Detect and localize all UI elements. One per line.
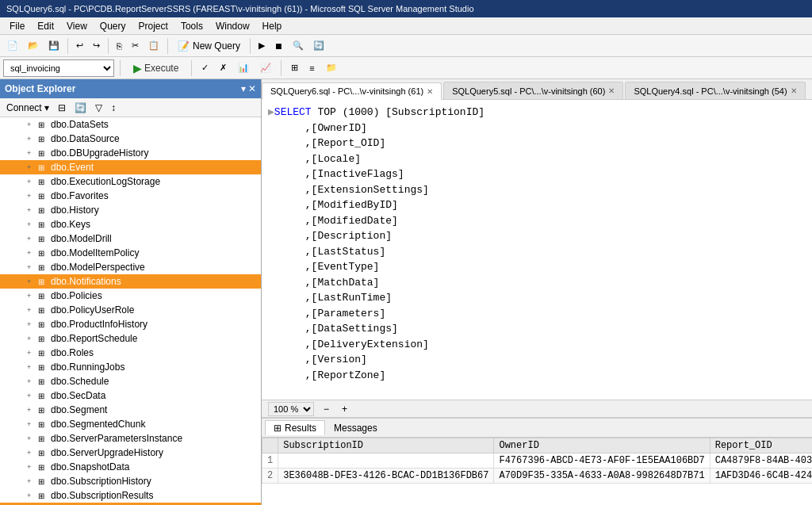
tab-close-btn[interactable]: ✕ xyxy=(608,86,615,95)
tab-close-btn[interactable]: ✕ xyxy=(427,87,433,96)
tree-item[interactable]: +⊞dbo.ReportSchedule xyxy=(0,331,261,346)
tree-item[interactable]: +⊞dbo.Schedule xyxy=(0,374,261,388)
query-tab-2[interactable]: SQLQuery4.sql - PC\...\v-vinitsingh (54)… xyxy=(625,82,805,99)
menu-query[interactable]: Query xyxy=(94,19,132,33)
tree-item[interactable]: +⊞dbo.Roles xyxy=(0,346,261,360)
query-tab-0[interactable]: SQLQuery6.sql - PC\...\v-vinitsingh (61)… xyxy=(262,82,442,100)
tree-item-label: dbo.History xyxy=(51,205,99,216)
results-tab-messages[interactable]: Messages xyxy=(325,420,386,435)
filter-btn[interactable]: 🔍 xyxy=(289,38,308,53)
tree-item[interactable]: +⊞dbo.Favorites xyxy=(0,189,261,203)
actual-plan-btn[interactable]: 📈 xyxy=(256,60,275,75)
tree-item[interactable]: +⊞dbo.DataSets xyxy=(0,117,261,132)
tree-item[interactable]: +⊞dbo.Keys xyxy=(0,217,261,231)
execute-icon: ▶ xyxy=(133,62,142,75)
copy-btn[interactable]: ⎘ xyxy=(113,39,126,53)
open-btn[interactable]: 📂 xyxy=(24,38,43,53)
oe-header-controls: ▾ ✕ xyxy=(241,83,256,94)
tab-close-btn[interactable]: ✕ xyxy=(791,86,797,95)
sql-line-15: ,[DeliveryExtension] xyxy=(268,337,806,353)
menu-help[interactable]: Help xyxy=(256,19,289,33)
tree-item[interactable]: +⊞dbo.ProductInfoHistory xyxy=(0,317,261,331)
tree-item[interactable]: +⊞dbo.ModelDrill xyxy=(0,231,261,246)
refresh-btn[interactable]: 🔄 xyxy=(309,38,328,53)
tree-item[interactable]: +⊞dbo.Notifications xyxy=(0,274,261,289)
object-explorer: Object Explorer ▾ ✕ Connect ▾ ⊟ 🔄 ▽ ↕ +⊞… xyxy=(0,79,262,505)
tree-item[interactable]: +⊞dbo.History xyxy=(0,203,261,217)
menu-file[interactable]: File xyxy=(3,19,31,33)
tree-item[interactable]: +⊞dbo.ExecutionLogStorage xyxy=(0,174,261,189)
menu-project[interactable]: Project xyxy=(132,19,174,33)
parse-btn[interactable]: ✓ xyxy=(197,60,213,75)
tree-item[interactable]: +⊞dbo.Policies xyxy=(0,289,261,303)
results-grid-btn[interactable]: ⊞ xyxy=(287,60,302,75)
tree-item[interactable]: +⊞dbo.SecData xyxy=(0,388,261,403)
query-editor[interactable]: ▶SELECT TOP (1000) [SubscriptionID] ,[Ow… xyxy=(262,100,812,400)
table-icon: ⊞ xyxy=(38,420,51,429)
tree-item[interactable]: +⊞dbo.DataSource xyxy=(0,132,261,146)
tree-item[interactable]: +⊞dbo.SnapshotData xyxy=(0,460,261,474)
redo-btn[interactable]: ↪ xyxy=(89,38,104,53)
tree-item[interactable]: +⊞dbo.DBUpgradeHistory xyxy=(0,146,261,160)
new-query-button[interactable]: 📝 New Query xyxy=(172,38,246,54)
oe-disconnect-btn[interactable]: ⊟ xyxy=(55,101,69,115)
tree-item[interactable]: +⊞dbo.ModelItemPolicy xyxy=(0,246,261,260)
cut-btn[interactable]: ✂ xyxy=(128,38,143,53)
save-btn[interactable]: 💾 xyxy=(44,38,63,53)
oe-refresh-btn[interactable]: 🔄 xyxy=(71,101,90,115)
new-query-icon: 📝 xyxy=(178,40,190,52)
tree-item[interactable]: +⊞dbo.SubscriptionResults xyxy=(0,488,261,503)
tree-item[interactable]: +⊞dbo.ModelPerspective xyxy=(0,260,261,274)
results-grid[interactable]: SubscriptionID OwnerID Report_OID 15B34F… xyxy=(262,438,812,505)
subscription-id-cell[interactable]: 3E36048B-DFE3-4126-BCAC-DD1B136FDB67 xyxy=(278,469,494,484)
menu-window[interactable]: Window xyxy=(209,19,256,33)
tree-item[interactable]: +⊞dbo.Segment xyxy=(0,403,261,417)
tree-item-label: dbo.ModelPerspective xyxy=(51,262,145,273)
results-panel: ⊞ Results Messages SubscriptionID OwnerI… xyxy=(262,418,812,505)
results-text-btn[interactable]: ≡ xyxy=(305,61,318,75)
menu-view[interactable]: View xyxy=(60,19,94,33)
report-oid-cell[interactable]: CA4879F8-84AB-4030-8291-7819655CF059 xyxy=(710,453,812,469)
report-oid-cell[interactable]: 1AFD3D46-6C4B-424B-9139-C9DB4702DB xyxy=(710,469,812,484)
tree-item[interactable]: +⊞dbo.ServerUpgradeHistory xyxy=(0,446,261,460)
query-tab-1[interactable]: SQLQuery5.sql - PC\...\v-vinitsingh (60)… xyxy=(443,82,623,99)
table-row[interactable]: 23E36048B-DFE3-4126-BCAC-DD1B136FDB67A70… xyxy=(262,469,813,484)
zoom-in-btn[interactable]: + xyxy=(339,402,350,416)
results-file-btn[interactable]: 📁 xyxy=(322,60,341,75)
sep4 xyxy=(250,38,251,54)
oe-connect-btn[interactable]: Connect ▾ xyxy=(3,101,52,115)
results-tab-results[interactable]: ⊞ Results xyxy=(265,420,325,435)
paste-btn[interactable]: 📋 xyxy=(144,38,163,53)
sql-line-17: ,[ReportZone] xyxy=(268,368,806,384)
subscription-id-cell[interactable]: 5B34FD73-803C-4EC3-8A0C-B93C635A108C xyxy=(278,453,494,469)
tree-item[interactable]: +⊞dbo.PolicyUserRole xyxy=(0,303,261,317)
tree-item[interactable]: +⊞dbo.SubscriptionHistory xyxy=(0,474,261,488)
zoom-selector[interactable]: 100 % 75 % 150 % xyxy=(268,402,314,416)
tree-item[interactable]: +⊞dbo.RunningJobs xyxy=(0,360,261,374)
tree-item[interactable]: +⊞dbo.ServerParametersInstance xyxy=(0,431,261,446)
results-body: 15B34FD73-803C-4EC3-8A0C-B93C635A108CF47… xyxy=(262,453,813,484)
oe-collapse-btn[interactable]: ↕ xyxy=(108,101,119,115)
new-btn[interactable]: 📄 xyxy=(3,38,22,53)
undo-btn[interactable]: ↩ xyxy=(72,38,87,53)
table-row[interactable]: 15B34FD73-803C-4EC3-8A0C-B93C635A108CF47… xyxy=(262,453,813,469)
execute-button[interactable]: ▶ Execute xyxy=(126,59,186,77)
database-selector[interactable]: sql_invoicing ReportServer ReportServerS… xyxy=(3,59,114,77)
col-reportoid: Report_OID xyxy=(710,438,812,453)
stop-btn[interactable]: ⏹ xyxy=(270,39,287,53)
oe-filter-btn[interactable]: ▽ xyxy=(92,101,105,115)
table-icon: ⊞ xyxy=(38,306,51,315)
tree-item[interactable]: +⊞dbo.SegmentedChunk xyxy=(0,417,261,431)
owner-id-cell[interactable]: A70D9F35-335A-4633-A0A8-9982648D7B71 xyxy=(494,469,710,484)
menu-tools[interactable]: Tools xyxy=(174,19,209,33)
table-icon: ⊞ xyxy=(38,292,51,300)
show-plan-btn[interactable]: 📊 xyxy=(234,60,253,75)
owner-id-cell[interactable]: F4767396-ABCD-4E73-AF0F-1E5EAA106BD7 xyxy=(494,453,710,469)
zoom-out-btn[interactable]: − xyxy=(320,402,332,416)
menu-edit[interactable]: Edit xyxy=(31,19,60,33)
debug-btn[interactable]: ▶ xyxy=(255,38,269,53)
tree-item[interactable]: +⊞dbo.Event xyxy=(0,160,261,174)
expand-icon: + xyxy=(27,249,38,257)
query-tabs: SQLQuery6.sql - PC\...\v-vinitsingh (61)… xyxy=(262,79,812,100)
cancel-query-btn[interactable]: ✗ xyxy=(216,60,231,75)
